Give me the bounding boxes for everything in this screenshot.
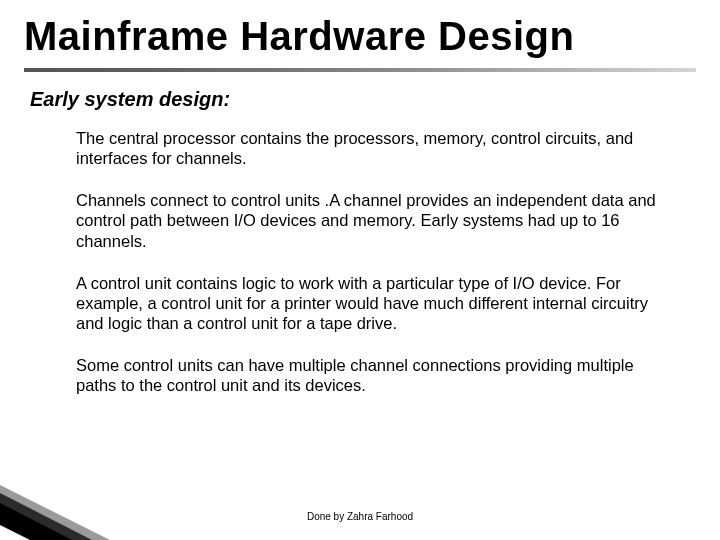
paragraph: Channels connect to control units .A cha… bbox=[76, 190, 672, 250]
footer-credit: Done by Zahra Farhood bbox=[0, 511, 720, 522]
slide: Mainframe Hardware Design Early system d… bbox=[0, 0, 720, 540]
title-underline bbox=[24, 68, 696, 72]
paragraph: The central processor contains the proce… bbox=[76, 128, 672, 168]
svg-marker-3 bbox=[0, 525, 30, 540]
body-text: The central processor contains the proce… bbox=[76, 128, 672, 417]
paragraph: Some control units can have multiple cha… bbox=[76, 355, 672, 395]
subheading: Early system design: bbox=[30, 88, 230, 111]
paragraph: A control unit contains logic to work wi… bbox=[76, 273, 672, 333]
slide-title: Mainframe Hardware Design bbox=[24, 14, 574, 59]
